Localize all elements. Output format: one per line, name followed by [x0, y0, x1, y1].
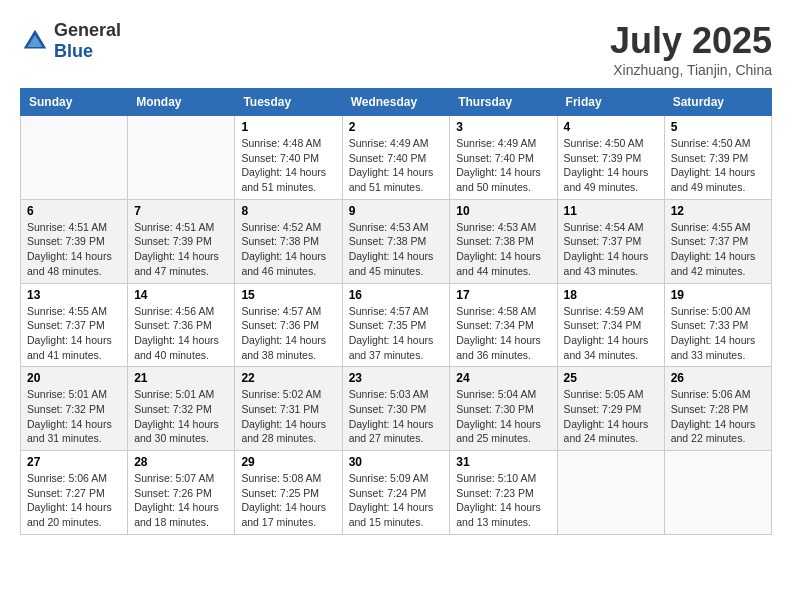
day-number: 27 [27, 455, 121, 469]
calendar-day-cell: 7Sunrise: 4:51 AMSunset: 7:39 PMDaylight… [128, 199, 235, 283]
calendar-day-cell: 24Sunrise: 5:04 AMSunset: 7:30 PMDayligh… [450, 367, 557, 451]
calendar-day-cell: 11Sunrise: 4:54 AMSunset: 7:37 PMDayligh… [557, 199, 664, 283]
logo-blue-text: Blue [54, 41, 121, 62]
calendar-day-cell: 9Sunrise: 4:53 AMSunset: 7:38 PMDaylight… [342, 199, 450, 283]
calendar-day-cell: 17Sunrise: 4:58 AMSunset: 7:34 PMDayligh… [450, 283, 557, 367]
calendar-day-cell: 12Sunrise: 4:55 AMSunset: 7:37 PMDayligh… [664, 199, 771, 283]
day-info: Sunrise: 5:03 AMSunset: 7:30 PMDaylight:… [349, 387, 444, 446]
calendar-day-cell: 5Sunrise: 4:50 AMSunset: 7:39 PMDaylight… [664, 116, 771, 200]
day-of-week-header: Tuesday [235, 89, 342, 116]
day-info: Sunrise: 4:50 AMSunset: 7:39 PMDaylight:… [564, 136, 658, 195]
calendar-day-cell: 30Sunrise: 5:09 AMSunset: 7:24 PMDayligh… [342, 451, 450, 535]
calendar-day-cell: 3Sunrise: 4:49 AMSunset: 7:40 PMDaylight… [450, 116, 557, 200]
day-info: Sunrise: 4:51 AMSunset: 7:39 PMDaylight:… [134, 220, 228, 279]
day-number: 19 [671, 288, 765, 302]
calendar-table: SundayMondayTuesdayWednesdayThursdayFrid… [20, 88, 772, 535]
day-of-week-header: Friday [557, 89, 664, 116]
day-info: Sunrise: 4:56 AMSunset: 7:36 PMDaylight:… [134, 304, 228, 363]
day-number: 31 [456, 455, 550, 469]
day-number: 26 [671, 371, 765, 385]
logo-general-text: General [54, 20, 121, 41]
day-number: 9 [349, 204, 444, 218]
day-number: 11 [564, 204, 658, 218]
day-info: Sunrise: 4:50 AMSunset: 7:39 PMDaylight:… [671, 136, 765, 195]
day-info: Sunrise: 5:06 AMSunset: 7:27 PMDaylight:… [27, 471, 121, 530]
day-number: 18 [564, 288, 658, 302]
day-info: Sunrise: 4:55 AMSunset: 7:37 PMDaylight:… [671, 220, 765, 279]
day-info: Sunrise: 5:09 AMSunset: 7:24 PMDaylight:… [349, 471, 444, 530]
logo: General Blue [20, 20, 121, 62]
day-info: Sunrise: 5:07 AMSunset: 7:26 PMDaylight:… [134, 471, 228, 530]
calendar-day-cell: 4Sunrise: 4:50 AMSunset: 7:39 PMDaylight… [557, 116, 664, 200]
calendar-day-cell: 10Sunrise: 4:53 AMSunset: 7:38 PMDayligh… [450, 199, 557, 283]
calendar-day-cell: 29Sunrise: 5:08 AMSunset: 7:25 PMDayligh… [235, 451, 342, 535]
calendar-day-cell: 1Sunrise: 4:48 AMSunset: 7:40 PMDaylight… [235, 116, 342, 200]
day-number: 8 [241, 204, 335, 218]
calendar-day-cell: 14Sunrise: 4:56 AMSunset: 7:36 PMDayligh… [128, 283, 235, 367]
day-number: 4 [564, 120, 658, 134]
calendar-week-row: 1Sunrise: 4:48 AMSunset: 7:40 PMDaylight… [21, 116, 772, 200]
calendar-day-cell: 23Sunrise: 5:03 AMSunset: 7:30 PMDayligh… [342, 367, 450, 451]
day-info: Sunrise: 4:55 AMSunset: 7:37 PMDaylight:… [27, 304, 121, 363]
day-of-week-header: Monday [128, 89, 235, 116]
day-number: 20 [27, 371, 121, 385]
calendar-day-cell: 19Sunrise: 5:00 AMSunset: 7:33 PMDayligh… [664, 283, 771, 367]
calendar-day-cell: 20Sunrise: 5:01 AMSunset: 7:32 PMDayligh… [21, 367, 128, 451]
day-info: Sunrise: 4:57 AMSunset: 7:36 PMDaylight:… [241, 304, 335, 363]
calendar-week-row: 13Sunrise: 4:55 AMSunset: 7:37 PMDayligh… [21, 283, 772, 367]
day-info: Sunrise: 4:57 AMSunset: 7:35 PMDaylight:… [349, 304, 444, 363]
day-info: Sunrise: 5:01 AMSunset: 7:32 PMDaylight:… [27, 387, 121, 446]
day-number: 12 [671, 204, 765, 218]
location-text: Xinzhuang, Tianjin, China [610, 62, 772, 78]
day-info: Sunrise: 5:06 AMSunset: 7:28 PMDaylight:… [671, 387, 765, 446]
day-number: 15 [241, 288, 335, 302]
day-info: Sunrise: 5:10 AMSunset: 7:23 PMDaylight:… [456, 471, 550, 530]
day-number: 23 [349, 371, 444, 385]
day-info: Sunrise: 5:05 AMSunset: 7:29 PMDaylight:… [564, 387, 658, 446]
calendar-header-row: SundayMondayTuesdayWednesdayThursdayFrid… [21, 89, 772, 116]
day-info: Sunrise: 5:00 AMSunset: 7:33 PMDaylight:… [671, 304, 765, 363]
day-info: Sunrise: 4:59 AMSunset: 7:34 PMDaylight:… [564, 304, 658, 363]
day-number: 30 [349, 455, 444, 469]
calendar-day-cell: 15Sunrise: 4:57 AMSunset: 7:36 PMDayligh… [235, 283, 342, 367]
calendar-day-cell: 25Sunrise: 5:05 AMSunset: 7:29 PMDayligh… [557, 367, 664, 451]
day-number: 22 [241, 371, 335, 385]
title-block: July 2025 Xinzhuang, Tianjin, China [610, 20, 772, 78]
calendar-day-cell [664, 451, 771, 535]
day-number: 16 [349, 288, 444, 302]
day-of-week-header: Saturday [664, 89, 771, 116]
day-number: 13 [27, 288, 121, 302]
day-info: Sunrise: 4:52 AMSunset: 7:38 PMDaylight:… [241, 220, 335, 279]
day-number: 14 [134, 288, 228, 302]
calendar-day-cell: 28Sunrise: 5:07 AMSunset: 7:26 PMDayligh… [128, 451, 235, 535]
calendar-week-row: 20Sunrise: 5:01 AMSunset: 7:32 PMDayligh… [21, 367, 772, 451]
calendar-day-cell: 2Sunrise: 4:49 AMSunset: 7:40 PMDaylight… [342, 116, 450, 200]
month-title: July 2025 [610, 20, 772, 62]
day-info: Sunrise: 4:53 AMSunset: 7:38 PMDaylight:… [456, 220, 550, 279]
day-info: Sunrise: 5:01 AMSunset: 7:32 PMDaylight:… [134, 387, 228, 446]
day-info: Sunrise: 4:48 AMSunset: 7:40 PMDaylight:… [241, 136, 335, 195]
page-header: General Blue July 2025 Xinzhuang, Tianji… [20, 20, 772, 78]
day-number: 24 [456, 371, 550, 385]
calendar-day-cell: 31Sunrise: 5:10 AMSunset: 7:23 PMDayligh… [450, 451, 557, 535]
calendar-day-cell: 22Sunrise: 5:02 AMSunset: 7:31 PMDayligh… [235, 367, 342, 451]
calendar-day-cell: 21Sunrise: 5:01 AMSunset: 7:32 PMDayligh… [128, 367, 235, 451]
calendar-week-row: 6Sunrise: 4:51 AMSunset: 7:39 PMDaylight… [21, 199, 772, 283]
logo-icon [20, 26, 50, 56]
day-info: Sunrise: 5:04 AMSunset: 7:30 PMDaylight:… [456, 387, 550, 446]
calendar-day-cell [128, 116, 235, 200]
day-number: 2 [349, 120, 444, 134]
day-info: Sunrise: 5:02 AMSunset: 7:31 PMDaylight:… [241, 387, 335, 446]
day-number: 29 [241, 455, 335, 469]
day-info: Sunrise: 4:58 AMSunset: 7:34 PMDaylight:… [456, 304, 550, 363]
day-of-week-header: Thursday [450, 89, 557, 116]
day-info: Sunrise: 4:53 AMSunset: 7:38 PMDaylight:… [349, 220, 444, 279]
day-info: Sunrise: 4:49 AMSunset: 7:40 PMDaylight:… [349, 136, 444, 195]
day-info: Sunrise: 4:51 AMSunset: 7:39 PMDaylight:… [27, 220, 121, 279]
day-info: Sunrise: 5:08 AMSunset: 7:25 PMDaylight:… [241, 471, 335, 530]
day-number: 5 [671, 120, 765, 134]
calendar-day-cell: 8Sunrise: 4:52 AMSunset: 7:38 PMDaylight… [235, 199, 342, 283]
day-number: 6 [27, 204, 121, 218]
calendar-day-cell [557, 451, 664, 535]
day-number: 3 [456, 120, 550, 134]
